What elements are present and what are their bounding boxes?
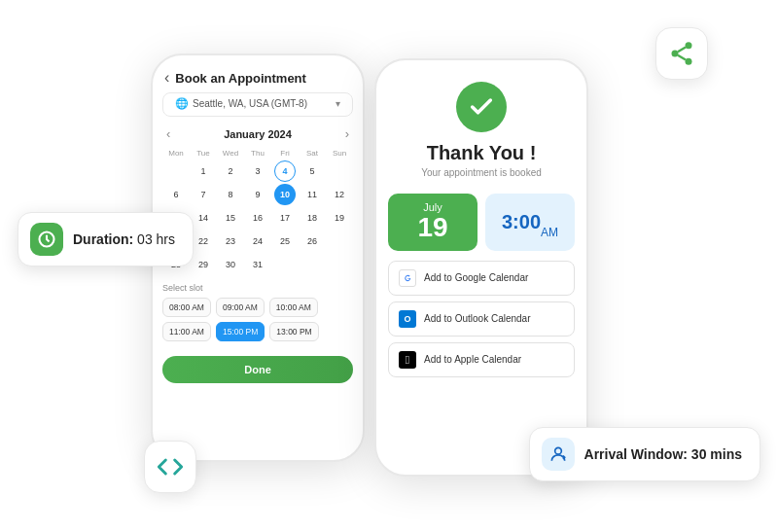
outlook-calendar-label: Add to Outlook Calendar	[424, 313, 531, 324]
cal-day-29[interactable]: 29	[193, 254, 214, 275]
duration-text: Duration: 03 hrs	[73, 231, 175, 247]
arrival-window-badge: Arrival Window: 30 mins	[529, 427, 760, 481]
cal-day-11[interactable]: 11	[301, 184, 323, 205]
time-box: 3:00 AM	[485, 194, 575, 251]
day-tue: Tue	[190, 149, 217, 158]
apple-calendar-icon: 	[399, 351, 416, 369]
slot-0900[interactable]: 09:00 AM	[216, 298, 265, 317]
cal-day-18[interactable]: 18	[301, 207, 323, 229]
cal-day-2[interactable]: 2	[220, 160, 241, 182]
cal-day-3[interactable]: 3	[247, 160, 268, 182]
day-wed: Wed	[217, 149, 244, 158]
date-time-row: July 19 3:00 AM	[376, 188, 586, 257]
cal-day-17[interactable]: 17	[274, 207, 296, 229]
chevron-down-icon: ▾	[336, 98, 340, 109]
svg-line-7	[678, 48, 686, 53]
slot-0800[interactable]: 08:00 AM	[162, 298, 211, 317]
cal-day-8[interactable]: 8	[220, 184, 241, 205]
date-box: July 19	[388, 194, 477, 251]
slot-1100[interactable]: 11:00 AM	[162, 322, 211, 341]
cal-day-24[interactable]: 24	[247, 231, 268, 252]
svg-point-2	[554, 447, 561, 454]
cal-week-1: 1 2 3 4 5	[162, 160, 353, 182]
duration-icon	[30, 223, 63, 256]
thank-you-header: Thank You ! Your appointment is booked	[376, 60, 586, 188]
slot-row-2: 11:00 AM 15:00 PM 13:00 PM	[162, 322, 353, 341]
slot-1000[interactable]: 10:00 AM	[269, 298, 318, 317]
code-icon-badge[interactable]	[144, 441, 196, 493]
appointment-time-suffix: AM	[541, 226, 558, 243]
cal-day-1[interactable]: 1	[193, 160, 214, 182]
cal-day-14[interactable]: 14	[193, 207, 214, 229]
cal-day-26[interactable]: 26	[301, 231, 323, 252]
cal-day-6[interactable]: 6	[165, 184, 187, 205]
appointment-day: 19	[417, 213, 447, 243]
cal-day-19[interactable]: 19	[329, 207, 350, 229]
day-sun: Sun	[326, 149, 353, 158]
cal-day-25[interactable]: 25	[274, 231, 296, 252]
slot-section: Select slot 08:00 AM 09:00 AM 10:00 AM 1…	[153, 277, 363, 350]
cal-day-5[interactable]: 5	[301, 160, 323, 182]
done-button[interactable]: Done	[162, 356, 353, 383]
phone-left-header: ‹ Book an Appointment	[153, 55, 363, 92]
cal-day-22[interactable]: 22	[193, 231, 214, 252]
cal-week-2: 6 7 8 9 10 11 12	[162, 184, 353, 205]
slot-1500[interactable]: 15:00 PM	[216, 322, 265, 341]
cal-day-16[interactable]: 16	[247, 207, 268, 229]
cal-day-12[interactable]: 12	[329, 184, 350, 205]
calendar-nav: ‹ January 2024 ›	[162, 124, 353, 143]
share-icon-badge[interactable]	[655, 27, 708, 80]
slot-label: Select slot	[162, 283, 353, 293]
svg-point-3	[686, 42, 692, 49]
day-sat: Sat	[299, 149, 326, 158]
calendar-header-row: Mon Tue Wed Thu Fri Sat Sun	[162, 149, 353, 158]
svg-line-6	[678, 55, 686, 60]
google-calendar-icon	[399, 269, 416, 287]
add-to-outlook-button[interactable]: O Add to Outlook Calendar	[388, 301, 575, 337]
day-thu: Thu	[244, 149, 271, 158]
booking-title: Book an Appointment	[175, 71, 306, 86]
svg-point-5	[686, 58, 692, 65]
slot-1300[interactable]: 13:00 PM	[269, 322, 318, 341]
calendar-actions: Add to Google Calendar O Add to Outlook …	[376, 257, 586, 387]
cal-day-23[interactable]: 23	[220, 231, 241, 252]
outlook-calendar-icon: O	[399, 310, 416, 328]
cal-day-31[interactable]: 31	[247, 254, 268, 275]
arrival-icon	[542, 438, 575, 471]
back-arrow-icon[interactable]: ‹	[164, 69, 169, 87]
right-phone: Thank You ! Your appointment is booked J…	[374, 58, 588, 477]
appointment-time: 3:00	[502, 211, 541, 233]
google-calendar-label: Add to Google Calendar	[424, 272, 528, 283]
next-month-button[interactable]: ›	[341, 124, 353, 143]
day-mon: Mon	[162, 149, 190, 158]
booking-subtitle: Your appointment is booked	[421, 167, 542, 178]
cal-day-9[interactable]: 9	[247, 184, 268, 205]
success-check-circle	[456, 82, 507, 132]
location-selector[interactable]: 🌐 Seattle, WA, USA (GMT-8) ▾	[162, 92, 353, 117]
duration-badge: Duration: 03 hrs	[18, 212, 194, 266]
thank-you-title: Thank You !	[427, 142, 537, 164]
arrival-text: Arrival Window: 30 mins	[584, 446, 742, 462]
day-fri: Fri	[271, 149, 299, 158]
cal-day-7[interactable]: 7	[193, 184, 214, 205]
add-to-google-button[interactable]: Add to Google Calendar	[388, 261, 575, 296]
cal-day-30[interactable]: 30	[220, 254, 241, 275]
cal-day-15[interactable]: 15	[220, 207, 241, 229]
prev-month-button[interactable]: ‹	[162, 124, 174, 143]
cal-day-10[interactable]: 10	[274, 184, 296, 205]
svg-point-4	[672, 51, 679, 57]
location-text: Seattle, WA, USA (GMT-8)	[193, 98, 332, 109]
slot-row-1: 08:00 AM 09:00 AM 10:00 AM	[162, 298, 353, 317]
apple-calendar-label: Add to Apple Calendar	[424, 354, 521, 365]
add-to-apple-button[interactable]:  Add to Apple Calendar	[388, 342, 575, 377]
scene: ‹ Book an Appointment 🌐 Seattle, WA, USA…	[0, 0, 778, 532]
cal-day-4[interactable]: 4	[274, 160, 296, 182]
calendar-month: January 2024	[224, 128, 292, 140]
location-icon: 🌐	[175, 97, 189, 110]
